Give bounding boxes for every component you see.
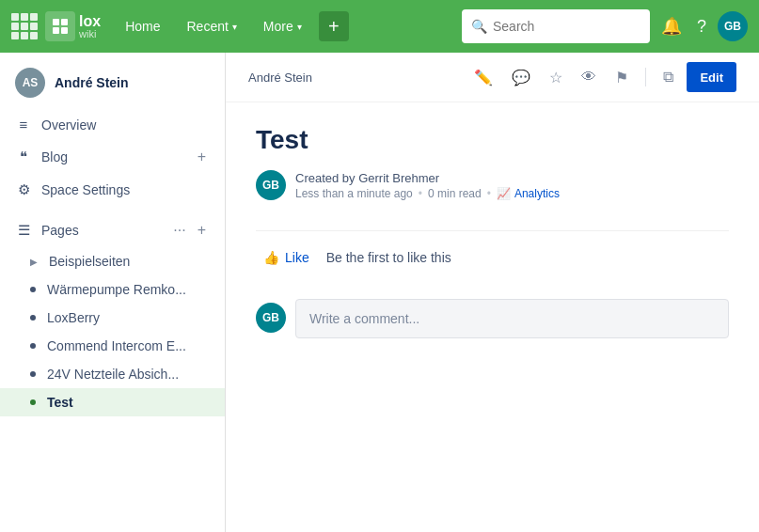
sidebar-netzteile-label: 24V Netzteile Absich... xyxy=(47,367,179,382)
nav-more[interactable]: More ▾ xyxy=(254,13,311,39)
nav-home[interactable]: Home xyxy=(116,13,169,39)
svg-rect-0 xyxy=(53,19,59,25)
sidebar-sub-commend[interactable]: Commend Intercom E... xyxy=(0,332,225,360)
grid-menu-icon[interactable] xyxy=(11,13,38,39)
beispielseiten-chevron-icon: ▶ xyxy=(30,257,38,267)
page-body: Test GB Created by Gerrit Brehmer Less t… xyxy=(226,102,759,376)
sidebar-beispielseiten-label: Beispielseiten xyxy=(49,254,210,269)
pages-icon: ☰ xyxy=(15,222,32,239)
sidebar-item-overview[interactable]: ≡ Overview xyxy=(0,109,225,140)
author-avatar: GB xyxy=(256,170,286,200)
share-icon[interactable]: ⚑ xyxy=(609,65,634,90)
blog-add-button[interactable]: + xyxy=(194,148,210,166)
comment-placeholder: Write a comment... xyxy=(309,311,419,326)
comment-input-wrap: GB Write a comment... xyxy=(256,299,729,338)
netzteile-dot xyxy=(30,371,36,377)
sidebar-item-space-settings[interactable]: ⚙ Space Settings xyxy=(0,174,225,206)
sidebar-overview-label: Overview xyxy=(41,117,210,133)
create-button[interactable]: + xyxy=(319,11,349,41)
help-icon[interactable]: ? xyxy=(693,13,710,40)
page-meta: GB Created by Gerrit Brehmer Less than a… xyxy=(256,170,729,200)
author-name: Created by Gerrit Brehmer xyxy=(295,171,560,185)
blog-icon: ❝ xyxy=(15,149,32,165)
overview-icon: ≡ xyxy=(15,117,32,133)
sidebar-user-name: André Stein xyxy=(55,75,129,90)
logo[interactable]: lox wiki xyxy=(45,11,101,41)
loxberry-dot xyxy=(30,315,36,321)
thumbs-up-icon: 👍 xyxy=(263,250,279,265)
svg-rect-1 xyxy=(61,19,68,25)
sidebar: AS André Stein ≡ Overview ❝ Blog + ⚙ Spa… xyxy=(0,53,226,532)
sidebar-item-blog[interactable]: ❝ Blog + xyxy=(0,140,225,174)
svg-rect-2 xyxy=(53,27,59,34)
page-time: Less than a minute ago xyxy=(295,187,413,200)
page-header: André Stein ✏️ 💬 ☆ 👁 ⚑ ⧉ Edit xyxy=(226,53,759,102)
search-icon: 🔍 xyxy=(471,19,487,34)
sidebar-test-label: Test xyxy=(47,395,73,410)
notifications-icon[interactable]: 🔔 xyxy=(657,12,686,40)
sidebar-pages-label: Pages xyxy=(41,223,160,238)
like-prompt: Be the first to like this xyxy=(326,250,451,265)
analytics-chart-icon: 📈 xyxy=(497,187,511,200)
sidebar-sub-test[interactable]: Test xyxy=(0,388,225,416)
sidebar-warmepumpe-label: Wärmepumpe Remko... xyxy=(47,282,186,297)
meta-dot-1: • xyxy=(419,187,422,200)
star-icon[interactable]: ☆ xyxy=(544,65,568,90)
sidebar-blog-label: Blog xyxy=(41,149,184,164)
like-button[interactable]: 👍 Like xyxy=(256,246,317,269)
app-layout: AS André Stein ≡ Overview ❝ Blog + ⚙ Spa… xyxy=(0,53,759,532)
edit-icon[interactable]: ✏️ xyxy=(468,65,498,90)
comment-section: GB Write a comment... xyxy=(256,284,729,353)
comment-icon[interactable]: 💬 xyxy=(506,65,536,90)
search-box[interactable]: 🔍 xyxy=(462,9,650,43)
warmepumpe-dot xyxy=(30,287,36,292)
edit-button[interactable]: Edit xyxy=(687,62,736,92)
svg-rect-3 xyxy=(61,27,68,34)
user-avatar[interactable]: GB xyxy=(718,11,748,41)
page-title: Test xyxy=(256,125,729,155)
topnav: lox wiki Home Recent ▾ More ▾ + 🔍 🔔 ? GB xyxy=(0,0,759,53)
sidebar-sub-netzteile[interactable]: 24V Netzteile Absich... xyxy=(0,360,225,388)
more-options-icon[interactable]: ⧉ xyxy=(657,65,679,89)
watch-icon[interactable]: 👁 xyxy=(576,65,602,89)
recent-chevron-icon: ▾ xyxy=(232,22,237,32)
analytics-link[interactable]: 📈 Analytics xyxy=(497,187,560,200)
commenter-avatar: GB xyxy=(256,303,286,333)
sidebar-loxberry-label: LoxBerry xyxy=(47,310,100,325)
reactions-bar: 👍 Like Be the first to like this xyxy=(256,230,729,284)
header-divider xyxy=(645,68,646,86)
sidebar-sub-beispielseiten[interactable]: ▶ Beispielseiten xyxy=(0,247,225,275)
nav-recent[interactable]: Recent ▾ xyxy=(177,13,245,39)
sidebar-item-pages[interactable]: ☰ Pages ··· + xyxy=(0,213,225,247)
logo-icon xyxy=(45,11,75,41)
sidebar-sub-loxberry[interactable]: LoxBerry xyxy=(0,304,225,332)
pages-add-button[interactable]: + xyxy=(194,221,210,240)
main-content: André Stein ✏️ 💬 ☆ 👁 ⚑ ⧉ Edit Test GB Cr… xyxy=(226,53,759,532)
more-chevron-icon: ▾ xyxy=(297,22,302,32)
sidebar-commend-label: Commend Intercom E... xyxy=(47,338,186,353)
sidebar-user[interactable]: AS André Stein xyxy=(0,53,225,109)
commend-dot xyxy=(30,343,36,349)
settings-icon: ⚙ xyxy=(15,181,32,198)
meta-dot-2: • xyxy=(487,187,491,200)
read-time: 0 min read xyxy=(428,187,482,200)
sidebar-sub-warmepumpe[interactable]: Wärmepumpe Remko... xyxy=(0,275,225,304)
comment-input[interactable]: Write a comment... xyxy=(295,299,729,338)
logo-text-lox: lox xyxy=(79,14,101,29)
breadcrumb: André Stein xyxy=(248,70,312,85)
pages-more-button[interactable]: ··· xyxy=(169,221,189,240)
sidebar-space-settings-label: Space Settings xyxy=(41,182,210,197)
logo-text-wiki: wiki xyxy=(79,29,101,39)
sidebar-user-avatar: AS xyxy=(15,68,45,98)
search-input[interactable] xyxy=(493,19,640,34)
like-label: Like xyxy=(285,250,309,265)
test-dot xyxy=(30,399,36,405)
